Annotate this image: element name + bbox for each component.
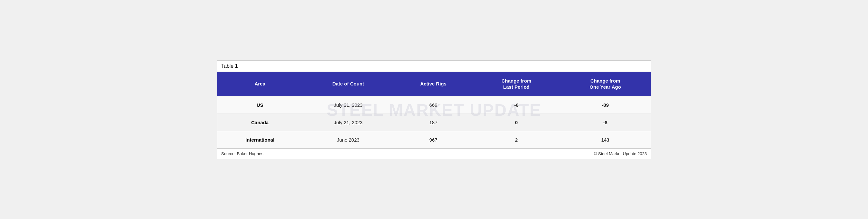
source-label: Source: Baker Hughes	[221, 151, 264, 156]
table-row: USJuly 21, 2023669-6-89	[217, 96, 651, 114]
area-cell: Canada	[217, 114, 303, 131]
table-container: Table 1 Area Date of Count Active Rigs C…	[217, 60, 651, 159]
table-title: Table 1	[217, 61, 651, 72]
watermark-wrapper: Area Date of Count Active Rigs Change fr…	[217, 72, 651, 148]
col-change-last-header: Change fromLast Period	[473, 72, 560, 96]
active-rigs-cell: 187	[394, 114, 473, 131]
copyright-label: © Steel Market Update 2023	[594, 151, 647, 156]
table-row: InternationalJune 20239672143	[217, 131, 651, 148]
data-table: Area Date of Count Active Rigs Change fr…	[217, 72, 651, 148]
date-cell: July 21, 2023	[303, 96, 394, 114]
table-header-row: Area Date of Count Active Rigs Change fr…	[217, 72, 651, 96]
col-change-year-header: Change fromOne Year Ago	[560, 72, 651, 96]
change-last-cell: 0	[473, 114, 560, 131]
area-cell: US	[217, 96, 303, 114]
table-row: CanadaJuly 21, 20231870-8	[217, 114, 651, 131]
active-rigs-cell: 669	[394, 96, 473, 114]
change-year-cell: 143	[560, 131, 651, 148]
date-cell: June 2023	[303, 131, 394, 148]
change-last-cell: -6	[473, 96, 560, 114]
col-active-rigs-header: Active Rigs	[394, 72, 473, 96]
change-last-cell: 2	[473, 131, 560, 148]
col-area-header: Area	[217, 72, 303, 96]
date-cell: July 21, 2023	[303, 114, 394, 131]
change-year-cell: -8	[560, 114, 651, 131]
active-rigs-cell: 967	[394, 131, 473, 148]
change-year-cell: -89	[560, 96, 651, 114]
area-cell: International	[217, 131, 303, 148]
table-footer: Source: Baker Hughes © Steel Market Upda…	[217, 148, 651, 159]
col-date-header: Date of Count	[303, 72, 394, 96]
